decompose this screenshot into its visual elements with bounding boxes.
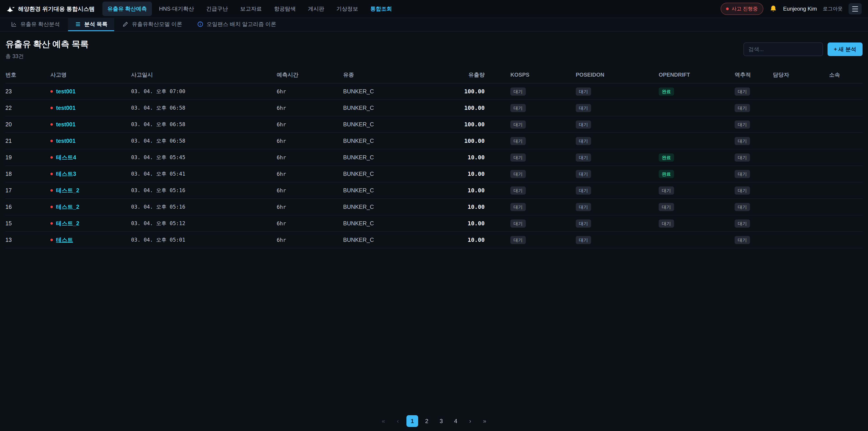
total-count: 총 33건 bbox=[5, 53, 89, 60]
organization bbox=[829, 182, 863, 199]
incident-name-link[interactable]: 테스트_2 bbox=[51, 203, 131, 211]
incident-number: 17 bbox=[5, 182, 51, 199]
notifications-button[interactable] bbox=[769, 5, 777, 13]
scatter-chart-icon bbox=[11, 21, 17, 27]
pagination-page-1[interactable]: 1 bbox=[406, 415, 418, 427]
status-badge: 대기 bbox=[510, 137, 526, 145]
prediction-duration: 6hr bbox=[277, 133, 343, 149]
tab-2[interactable]: 유출유확산모델 이론 bbox=[116, 18, 189, 31]
spill-amount: 100.00 bbox=[430, 116, 510, 133]
status-badge: 대기 bbox=[510, 186, 526, 194]
table-row[interactable]: 20test00103. 04. 오후 06:586hrBUNKER_C100.… bbox=[5, 116, 863, 133]
backtrack-status: 대기 bbox=[735, 166, 773, 182]
status-badge: 대기 bbox=[510, 104, 526, 112]
oil-type: BUNKER_C bbox=[343, 215, 430, 232]
nav-item-0[interactable]: 유출유 확산예측 bbox=[102, 2, 152, 16]
hamburger-icon bbox=[852, 6, 858, 7]
column-header-2: 사고일시 bbox=[131, 66, 277, 83]
tab-0[interactable]: 유출유 확산분석 bbox=[4, 18, 67, 31]
kosps-status: 대기 bbox=[510, 116, 576, 133]
main-content: 유출유 확산 예측 목록 총 33건 + 새 분석 번호사고명사고일시예측시간유… bbox=[0, 38, 868, 248]
pagination-page-3[interactable]: 3 bbox=[435, 415, 447, 427]
incident-name: test001 bbox=[56, 137, 75, 144]
column-header-5: 유출량 bbox=[430, 66, 510, 83]
incident-name-link[interactable]: test001 bbox=[51, 105, 131, 111]
logout-button[interactable]: 로그아웃 bbox=[823, 5, 843, 12]
incident-datetime: 03. 04. 오후 05:41 bbox=[131, 166, 277, 182]
opendrift-status bbox=[659, 133, 735, 149]
incident-number: 19 bbox=[5, 149, 51, 166]
incident-name-link[interactable]: 테스트_2 bbox=[51, 187, 131, 194]
incident-name: 테스트_2 bbox=[56, 203, 79, 211]
incident-name-link[interactable]: 테스트3 bbox=[51, 170, 131, 178]
table-row[interactable]: 17테스트_203. 04. 오후 05:166hrBUNKER_C10.00대… bbox=[5, 182, 863, 199]
search-input[interactable] bbox=[743, 42, 823, 56]
spill-amount: 100.00 bbox=[430, 83, 510, 100]
poseidon-status: 대기 bbox=[576, 83, 659, 100]
nav-item-1[interactable]: HNS·대기확산 bbox=[154, 2, 199, 16]
column-header-4: 유종 bbox=[343, 66, 430, 83]
manager bbox=[773, 116, 829, 133]
hamburger-menu-button[interactable] bbox=[848, 3, 862, 14]
column-header-8: OPENDRIFT bbox=[659, 66, 735, 83]
incident-name-link[interactable]: test001 bbox=[51, 121, 131, 128]
table-row[interactable]: 19테스트403. 04. 오후 05:456hrBUNKER_C10.00대기… bbox=[5, 149, 863, 166]
column-header-3: 예측시간 bbox=[277, 66, 343, 83]
incident-name-link[interactable]: 테스트4 bbox=[51, 154, 131, 161]
organization bbox=[829, 100, 863, 116]
status-badge: 대기 bbox=[735, 88, 750, 96]
incident-badge-label: 사고 진행중 bbox=[732, 5, 758, 12]
prediction-duration: 6hr bbox=[277, 166, 343, 182]
nav-item-5[interactable]: 게시판 bbox=[303, 2, 329, 16]
opendrift-status: 대기 bbox=[659, 199, 735, 215]
opendrift-status: 완료 bbox=[659, 149, 735, 166]
table-row[interactable]: 18테스트303. 04. 오후 05:416hrBUNKER_C10.00대기… bbox=[5, 166, 863, 182]
pagination-last[interactable]: » bbox=[479, 415, 491, 427]
incident-name-link[interactable]: 테스트_2 bbox=[51, 220, 131, 227]
tab-label: 유출유 확산분석 bbox=[20, 21, 60, 28]
main-nav: 유출유 확산예측HNS·대기확산긴급구난보고자료항공탐색게시판기상정보통합조회 bbox=[102, 2, 397, 16]
brand[interactable]: 해양환경 위기대응 통합시스템 bbox=[6, 5, 95, 13]
nav-item-4[interactable]: 항공탐색 bbox=[269, 2, 301, 16]
pagination-page-4[interactable]: 4 bbox=[450, 415, 462, 427]
nav-item-3[interactable]: 보고자료 bbox=[235, 2, 267, 16]
opendrift-status: 대기 bbox=[659, 215, 735, 232]
table-row[interactable]: 16테스트_203. 04. 오후 05:166hrBUNKER_C10.00대… bbox=[5, 199, 863, 215]
prediction-duration: 6hr bbox=[277, 149, 343, 166]
kosps-status: 대기 bbox=[510, 199, 576, 215]
status-badge: 완료 bbox=[659, 153, 674, 162]
manager bbox=[773, 166, 829, 182]
nav-item-6[interactable]: 기상정보 bbox=[331, 2, 363, 16]
oil-type: BUNKER_C bbox=[343, 149, 430, 166]
table-row[interactable]: 13테스트03. 04. 오후 05:016hrBUNKER_C10.00대기대… bbox=[5, 232, 863, 248]
kosps-status: 대기 bbox=[510, 83, 576, 100]
status-badge: 대기 bbox=[510, 236, 526, 244]
app-title: 해양환경 위기대응 통합시스템 bbox=[18, 5, 95, 13]
incident-datetime: 03. 04. 오후 06:58 bbox=[131, 116, 277, 133]
poseidon-status: 대기 bbox=[576, 182, 659, 199]
incident-name-link[interactable]: 테스트 bbox=[51, 236, 131, 244]
table-row[interactable]: 21test00103. 04. 오후 06:586hrBUNKER_C100.… bbox=[5, 133, 863, 149]
nav-item-2[interactable]: 긴급구난 bbox=[201, 2, 233, 16]
manager bbox=[773, 199, 829, 215]
status-badge: 대기 bbox=[576, 120, 591, 129]
tab-1[interactable]: 분석 목록 bbox=[68, 18, 114, 31]
new-analysis-button[interactable]: + 새 분석 bbox=[828, 42, 863, 56]
pagination-first[interactable]: « bbox=[377, 415, 389, 427]
nav-item-7[interactable]: 통합조회 bbox=[365, 2, 397, 16]
incident-dot-icon bbox=[51, 239, 53, 241]
opendrift-status bbox=[659, 116, 735, 133]
pagination-prev[interactable]: ‹ bbox=[392, 415, 404, 427]
pagination-page-2[interactable]: 2 bbox=[421, 415, 433, 427]
table-row[interactable]: 22test00103. 04. 오후 06:586hrBUNKER_C100.… bbox=[5, 100, 863, 116]
column-header-1: 사고명 bbox=[51, 66, 131, 83]
incident-name-link[interactable]: test001 bbox=[51, 88, 131, 95]
incident-name-link[interactable]: test001 bbox=[51, 137, 131, 144]
table-row[interactable]: 23test00103. 04. 오후 07:006hrBUNKER_C100.… bbox=[5, 83, 863, 100]
incident-number: 13 bbox=[5, 232, 51, 248]
pagination-next[interactable]: › bbox=[464, 415, 476, 427]
tab-3[interactable]: 오일팬스 배치 알고리즘 이론 bbox=[190, 18, 283, 31]
table-row[interactable]: 15테스트_203. 04. 오후 05:126hrBUNKER_C10.00대… bbox=[5, 215, 863, 232]
status-badge: 대기 bbox=[576, 170, 591, 178]
prediction-duration: 6hr bbox=[277, 83, 343, 100]
